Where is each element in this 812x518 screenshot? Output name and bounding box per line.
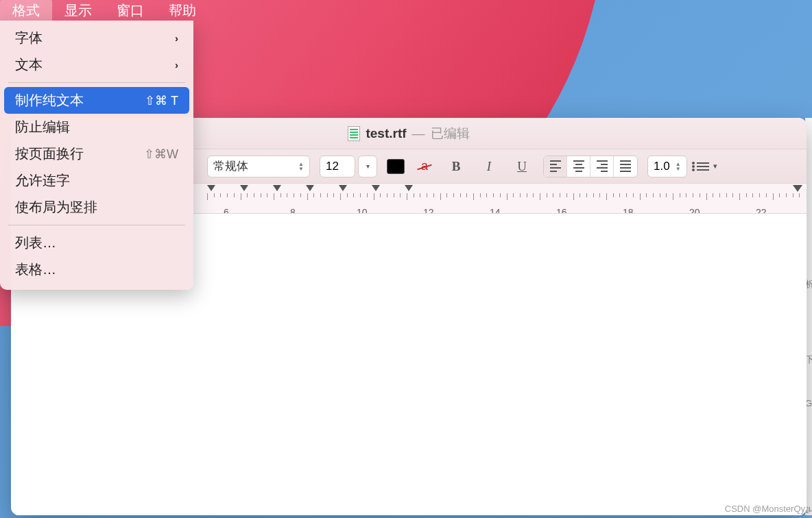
align-right-button[interactable] <box>590 156 614 177</box>
tab-stop-icon[interactable] <box>405 185 413 191</box>
chevron-down-icon: ▾ <box>713 162 717 171</box>
menu-view[interactable]: 显示 <box>52 0 104 22</box>
ruler-label: 14 <box>490 207 501 214</box>
menu-item-allow-ligature[interactable]: 允许连字 <box>4 167 189 194</box>
align-justify-button[interactable] <box>614 156 637 177</box>
menu-item-label: 防止编辑 <box>15 118 70 136</box>
menu-item-prevent-edit[interactable]: 防止编辑 <box>4 114 189 140</box>
ruler-label: 8 <box>290 207 296 214</box>
align-center-icon <box>573 160 584 172</box>
document-icon <box>348 126 360 141</box>
menu-item-label: 文本 <box>15 56 43 74</box>
tab-stop-icon[interactable] <box>372 185 380 191</box>
font-size-value[interactable]: 12 <box>320 156 355 177</box>
window-title-filename: test.rtf <box>366 126 406 141</box>
menu-item-font[interactable]: 字体 › <box>4 25 189 51</box>
tab-stop-icon[interactable] <box>240 185 248 191</box>
chevron-right-icon: › <box>175 59 178 71</box>
font-size-dropdown[interactable]: ▾ <box>358 156 377 177</box>
align-center-button[interactable] <box>567 156 590 177</box>
ruler-tab-stops[interactable] <box>207 185 413 191</box>
menu-item-text[interactable]: 文本 › <box>4 51 189 78</box>
ruler-label: 16 <box>556 207 567 214</box>
ruler-label: 12 <box>423 207 434 214</box>
strike-color-icon[interactable]: a <box>414 157 435 176</box>
menu-item-label: 允许连字 <box>15 171 70 190</box>
menu-item-label: 字体 <box>15 29 43 47</box>
align-left-icon <box>550 160 561 172</box>
tab-stop-icon[interactable] <box>306 185 314 191</box>
ruler-label: 10 <box>357 207 368 214</box>
underline-button[interactable]: U <box>510 156 534 177</box>
ruler-label: 18 <box>623 207 634 214</box>
right-margin-icon[interactable] <box>793 185 802 192</box>
line-spacing-value: 1.0 <box>654 160 670 173</box>
menu-window[interactable]: 窗口 <box>104 0 156 22</box>
menubar: 格式 显示 窗口 帮助 <box>0 0 812 21</box>
menu-separator <box>8 82 185 83</box>
font-style-select[interactable]: 常规体 ▲▼ <box>207 156 310 177</box>
menu-shortcut: ⇧⌘ T <box>145 93 178 108</box>
menu-item-wrap-to-page[interactable]: 按页面换行 ⇧⌘W <box>4 140 189 167</box>
chevron-right-icon: › <box>175 32 178 44</box>
menu-help[interactable]: 帮助 <box>156 0 208 22</box>
menu-item-label: 按页面换行 <box>15 145 84 163</box>
menu-item-list[interactable]: 列表… <box>4 230 189 256</box>
list-icon <box>697 162 709 171</box>
font-style-value: 常规体 <box>213 158 248 174</box>
menu-shortcut: ⇧⌘W <box>144 147 178 162</box>
menu-item-label: 列表… <box>15 234 56 252</box>
tab-stop-icon[interactable] <box>273 185 281 191</box>
line-spacing-select[interactable]: 1.0 ▲▼ <box>647 156 687 177</box>
list-style-button[interactable]: ▾ <box>697 162 717 171</box>
menu-item-label: 制作纯文本 <box>15 91 84 110</box>
bold-button[interactable]: B <box>444 156 468 177</box>
stepper-icon: ▲▼ <box>676 162 681 171</box>
window-title-status: 已编辑 <box>431 125 470 143</box>
alignment-segment <box>543 156 638 177</box>
menu-item-vertical-layout[interactable]: 使布局为竖排 <box>4 194 189 221</box>
menu-item-label: 表格… <box>15 260 56 279</box>
menu-item-make-plain-text[interactable]: 制作纯文本 ⇧⌘ T <box>4 87 189 114</box>
align-right-icon <box>597 160 608 172</box>
stepper-icon: ▲▼ <box>298 162 304 171</box>
ruler-label: 22 <box>756 207 767 214</box>
text-color-swatch[interactable] <box>387 159 405 174</box>
align-left-button[interactable] <box>544 156 567 177</box>
tab-stop-icon[interactable] <box>339 185 347 191</box>
menu-format[interactable]: 格式 <box>0 0 52 22</box>
ruler-label: 20 <box>689 207 700 214</box>
window-title-dash: — <box>412 126 425 141</box>
menu-separator <box>8 225 185 225</box>
menu-item-label: 使布局为竖排 <box>15 198 97 217</box>
watermark: CSDN @MonsterQy <box>725 504 805 514</box>
tab-stop-icon[interactable] <box>207 185 215 191</box>
font-size-control[interactable]: 12 ▾ <box>320 156 377 177</box>
italic-button[interactable]: I <box>477 156 501 177</box>
menu-item-table[interactable]: 表格… <box>4 256 189 283</box>
ruler-ticks: 6810121416182022 <box>207 193 807 201</box>
format-dropdown: 字体 › 文本 › 制作纯文本 ⇧⌘ T 防止编辑 按页面换行 ⇧⌘W 允许连字… <box>0 21 193 290</box>
align-justify-icon <box>620 160 631 172</box>
ruler-label: 6 <box>224 207 229 214</box>
